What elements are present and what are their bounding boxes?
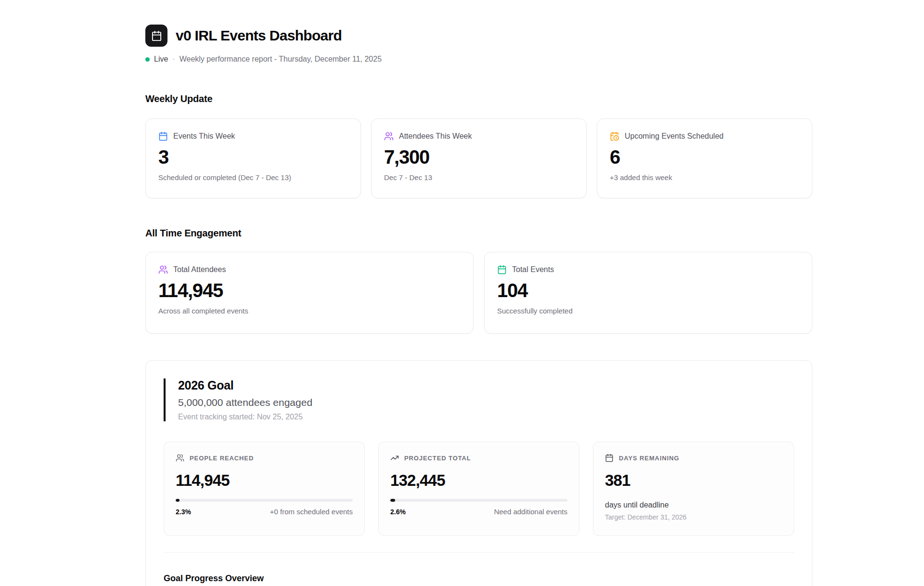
card-label: Attendees This Week [399,132,472,141]
stat-label-row: PROJECTED TOTAL [390,454,567,462]
card-caption: Successfully completed [497,307,799,315]
total-events-card: Total Events 104 Successfully completed [484,252,812,334]
live-status-dot [145,57,150,62]
weekly-update-heading: Weekly Update [145,93,812,104]
stat-value: 132,445 [390,471,567,490]
card-label: Events This Week [173,132,235,141]
card-caption: +3 added this week [610,173,799,182]
upcoming-events-card: Upcoming Events Scheduled 6 +3 added thi… [597,118,812,198]
card-label: Total Events [512,265,554,274]
stat-value: 114,945 [176,471,353,490]
calendar-clock-icon [610,131,619,141]
goal-title: 2026 Goal [178,378,794,392]
attendees-this-week-card: Attendees This Week 7,300 Dec 7 - Dec 13 [371,118,587,198]
card-value: 104 [497,280,799,301]
trending-up-icon [390,454,399,462]
users-icon [384,131,394,141]
goal-progress-overview-heading: Goal Progress Overview [164,573,794,584]
total-attendees-card: Total Attendees 114,945 Across all compl… [145,252,474,334]
projected-total-card: PROJECTED TOTAL 132,445 2.6% Need additi… [378,442,579,536]
card-label-row: Total Attendees [158,265,461,274]
goal-tracking-note: Event tracking started: Nov 25, 2025 [178,413,794,421]
card-label-row: Total Events [497,265,799,274]
calendar-icon [158,131,168,141]
card-value: 6 [610,146,799,168]
stat-meta-row: 2.6% Need additional events [390,508,567,516]
card-caption: Across all completed events [158,307,461,315]
stat-value: 381 [605,471,782,490]
status-separator: · [172,55,175,64]
goal-panel: 2026 Goal 5,000,000 attendees engaged Ev… [145,360,812,586]
card-value: 3 [158,146,348,168]
card-label: Upcoming Events Scheduled [625,132,723,141]
stat-label-row: DAYS REMAINING [605,454,782,462]
progress-bar-fill [390,499,395,502]
events-this-week-card: Events This Week 3 Scheduled or complete… [145,118,361,198]
page-header: v0 IRL Events Dashboard [145,25,812,47]
card-label: Total Attendees [173,265,226,274]
goal-stats-grid: PEOPLE REACHED 114,945 2.3% +0 from sche… [164,442,794,536]
progress-note: +0 from scheduled events [270,508,353,516]
users-icon [176,454,184,462]
card-label-row: Upcoming Events Scheduled [610,131,799,141]
card-caption: Scheduled or completed (Dec 7 - Dec 13) [158,173,348,182]
live-status-label: Live [154,55,168,64]
card-caption: Dec 7 - Dec 13 [384,173,574,182]
page-title: v0 IRL Events Dashboard [176,27,342,44]
users-icon [158,265,168,274]
days-remaining-card: DAYS REMAINING 381 days until deadline T… [593,442,794,536]
divider [164,552,794,553]
stat-target-date: Target: December 31, 2026 [605,513,782,521]
calendar-icon [497,265,507,274]
card-label-row: Attendees This Week [384,131,574,141]
progress-percent-label: 2.3% [176,508,191,516]
calendar-icon [605,454,614,462]
stat-meta-row: 2.3% +0 from scheduled events [176,508,353,516]
progress-bar-track [390,499,567,502]
progress-bar-track [176,499,353,502]
app-logo [145,25,167,47]
card-value: 114,945 [158,280,461,301]
calendar-icon [151,30,162,41]
stat-label-row: PEOPLE REACHED [176,454,353,462]
progress-bar-fill [176,499,180,502]
status-row: Live · Weekly performance report - Thurs… [145,55,812,64]
stat-label: DAYS REMAINING [619,455,680,462]
all-time-engagement-heading: All Time Engagement [145,228,812,239]
stat-label: PEOPLE REACHED [190,455,254,462]
card-label-row: Events This Week [158,131,348,141]
stat-caption: days until deadline [605,501,782,509]
stat-label: PROJECTED TOTAL [404,455,471,462]
weekly-cards-grid: Events This Week 3 Scheduled or complete… [145,118,812,198]
goal-subtitle: 5,000,000 attendees engaged [178,397,794,408]
progress-note: Need additional events [494,508,567,516]
goal-header: 2026 Goal 5,000,000 attendees engaged Ev… [164,378,794,421]
people-reached-card: PEOPLE REACHED 114,945 2.3% +0 from sche… [164,442,365,536]
report-subtitle: Weekly performance report - Thursday, De… [180,55,382,64]
card-value: 7,300 [384,146,574,168]
alltime-cards-grid: Total Attendees 114,945 Across all compl… [145,252,812,334]
progress-percent-label: 2.6% [390,508,406,516]
dashboard-page: v0 IRL Events Dashboard Live · Weekly pe… [145,0,812,586]
